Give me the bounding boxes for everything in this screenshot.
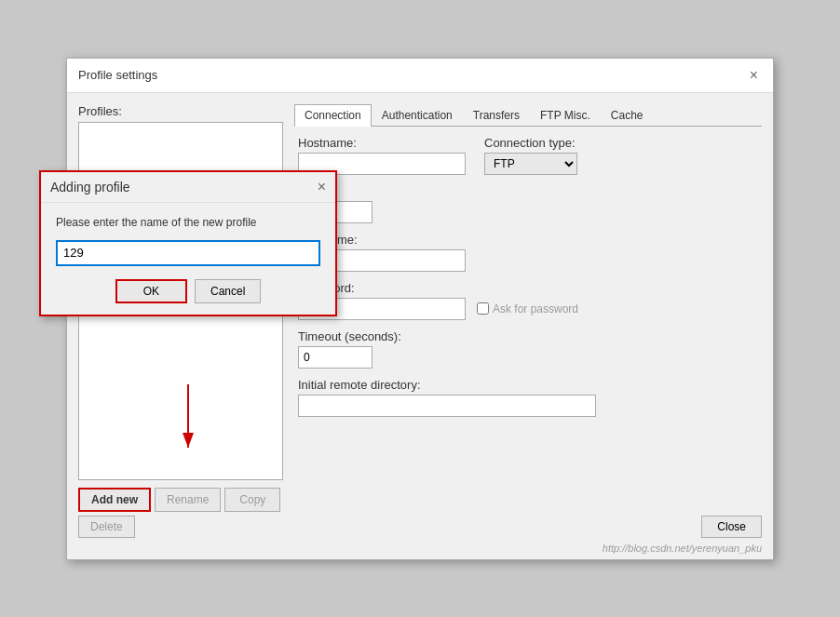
ask-for-password-label: Ask for password (477, 302, 578, 315)
hostname-connection-row: Hostname: Connection type: FTP SFTP FTPS (298, 136, 758, 184)
hostname-label: Hostname: (298, 136, 466, 150)
delete-button[interactable]: Delete (78, 516, 135, 538)
password-row: Ask for password (298, 298, 758, 320)
overlay-cancel-button[interactable]: Cancel (195, 279, 261, 303)
rename-button[interactable]: Rename (155, 488, 221, 512)
overlay-close-button[interactable]: × (318, 180, 326, 194)
copy-button[interactable]: Copy (224, 488, 280, 512)
main-dialog-close-button[interactable]: × (746, 66, 762, 85)
tab-connection[interactable]: Connection (294, 104, 372, 127)
username-group: Username: (298, 233, 758, 272)
connection-type-select[interactable]: FTP SFTP FTPS (484, 153, 577, 175)
timeout-group: Timeout (seconds): (298, 329, 758, 369)
main-dialog-titlebar: Profile settings × (67, 59, 773, 93)
hostname-group: Hostname: (298, 136, 466, 175)
add-new-button[interactable]: Add new (78, 488, 151, 512)
connection-type-label: Connection type: (484, 136, 577, 150)
overlay-message: Please enter the name of the new profile (56, 216, 320, 229)
ask-for-password-checkbox[interactable] (477, 302, 489, 315)
connection-form: Hostname: Connection type: FTP SFTP FTPS (294, 136, 762, 426)
main-dialog-body: Profiles: Add new Rename Copy Delete Con… (67, 93, 773, 549)
tabs: Connection Authentication Transfers FTP … (294, 104, 762, 127)
left-panel: Profiles: Add new Rename Copy Delete (78, 104, 283, 538)
overlay-body: Please enter the name of the new profile… (41, 203, 335, 315)
password-group: Password: Ask for password (298, 281, 758, 320)
ask-for-password-text: Ask for password (493, 302, 578, 315)
overlay-titlebar: Adding profile × (41, 172, 335, 203)
port-group: Port: (298, 184, 758, 223)
overlay-title: Adding profile (50, 180, 130, 194)
timeout-label: Timeout (seconds): (298, 329, 758, 343)
username-label: Username: (298, 233, 758, 247)
profile-name-input[interactable] (56, 240, 320, 266)
remote-dir-input[interactable] (298, 395, 596, 417)
right-panel: Connection Authentication Transfers FTP … (294, 104, 762, 538)
tab-transfers[interactable]: Transfers (463, 104, 530, 126)
adding-profile-dialog: Adding profile × Please enter the name o… (39, 170, 337, 316)
remote-dir-group: Initial remote directory: (298, 378, 758, 417)
main-dialog-title: Profile settings (78, 68, 157, 82)
tab-authentication[interactable]: Authentication (372, 104, 463, 126)
bottom-buttons: Add new Rename Copy (78, 488, 283, 512)
overlay-ok-button[interactable]: OK (115, 279, 187, 303)
tab-cache[interactable]: Cache (601, 104, 654, 126)
profiles-label: Profiles: (78, 104, 283, 118)
password-label: Password: (298, 281, 758, 295)
overlay-buttons: OK Cancel (56, 279, 320, 303)
profile-settings-dialog: Profile settings × Profiles: Add new Ren… (66, 58, 774, 560)
tab-ftp-misc[interactable]: FTP Misc. (530, 104, 601, 126)
timeout-input[interactable] (298, 346, 373, 369)
remote-dir-label: Initial remote directory: (298, 378, 758, 392)
connection-type-group: Connection type: FTP SFTP FTPS (484, 136, 577, 175)
watermark: http://blog.csdn.net/yerenyuan_pku (603, 543, 762, 554)
port-label: Port: (298, 184, 758, 198)
close-button[interactable]: Close (701, 516, 762, 538)
